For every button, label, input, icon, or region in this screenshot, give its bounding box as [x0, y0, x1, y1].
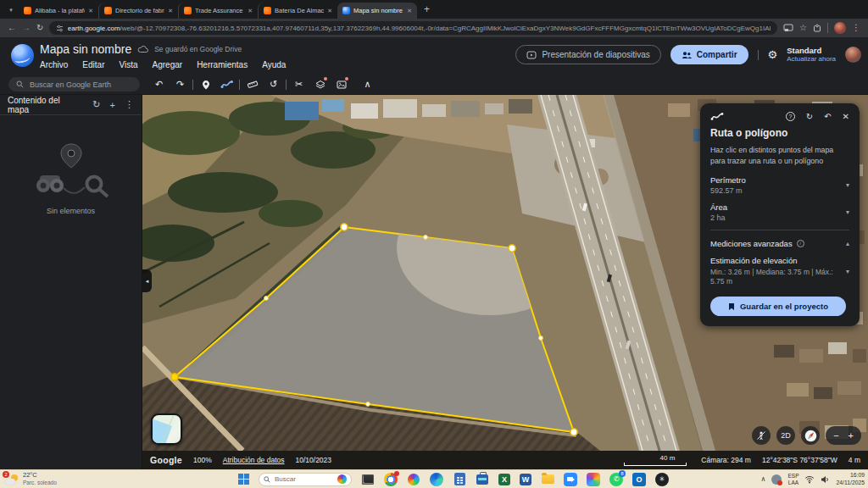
sync-alert-icon[interactable] — [771, 474, 782, 485]
edge-icon[interactable] — [430, 473, 443, 486]
advanced-measurements-toggle[interactable]: Mediciones avanzadas i ▴ — [710, 239, 849, 248]
briefcase-app-icon[interactable] — [476, 473, 489, 486]
start-button[interactable] — [238, 474, 249, 485]
tab-close-icon[interactable]: ✕ — [88, 8, 93, 14]
menu-archivo[interactable]: Archivo — [40, 60, 68, 69]
map-style-thumbnail[interactable] — [151, 413, 182, 445]
polygon-vertex[interactable] — [539, 336, 543, 341]
zoom-out-button[interactable]: − — [833, 430, 838, 441]
tab-directorio[interactable]: Directorio de fabricantes de Ali ✕ — [98, 3, 178, 19]
earth-search-box[interactable]: Buscar en Google Earth — [8, 77, 140, 92]
tab-google-earth-active[interactable]: Mapa sin nombre - Google Eart ✕ — [337, 3, 417, 19]
task-view-button[interactable] — [361, 473, 375, 486]
back-icon[interactable]: ← — [8, 24, 16, 32]
help-icon[interactable]: ? — [786, 112, 795, 121]
polygon-vertex[interactable] — [366, 402, 370, 407]
calculator-icon[interactable] — [453, 473, 466, 486]
polygon-vertex[interactable] — [341, 224, 348, 230]
extensions-icon[interactable] — [813, 24, 821, 32]
menu-herramientas[interactable]: Herramientas — [197, 60, 248, 69]
bookmark-star-icon[interactable]: ☆ — [799, 24, 807, 32]
polygon-vertex[interactable] — [424, 236, 428, 240]
file-explorer-icon[interactable] — [541, 473, 554, 486]
account-avatar[interactable] — [845, 47, 861, 63]
menu-agregar[interactable]: Agregar — [153, 60, 183, 69]
browser-profile-avatar[interactable] — [834, 22, 846, 34]
tab-close-icon[interactable]: ✕ — [407, 8, 412, 14]
street-view-button[interactable] — [752, 426, 771, 445]
language-indicator[interactable]: ESP LAA — [787, 473, 798, 485]
tab-search-icon[interactable]: ▾ — [5, 3, 17, 17]
address-bar[interactable]: earth.google.com/web/@-12.70972308,-76.6… — [49, 21, 777, 35]
share-button[interactable]: Compartir — [670, 45, 748, 64]
scissors-icon[interactable]: ✂ — [288, 75, 309, 94]
tab-close-icon[interactable]: ✕ — [248, 8, 253, 14]
taskbar-search[interactable]: Buscar — [259, 473, 352, 486]
speaker-icon[interactable] — [821, 475, 830, 484]
excel-icon[interactable]: X — [498, 474, 510, 485]
restart-icon[interactable]: ↻ — [806, 113, 813, 121]
word-icon[interactable]: W — [520, 474, 531, 485]
clock[interactable]: 16:09 24/11/2025 — [836, 472, 865, 485]
tune-icon[interactable] — [56, 25, 63, 32]
weather-widget[interactable]: 2 22°C Parc. soleado — [5, 472, 57, 485]
polygon-vertex[interactable] — [171, 374, 178, 380]
2d-mode-button[interactable]: 2D — [776, 426, 795, 445]
historical-imagery-icon[interactable]: ↺ — [263, 75, 284, 94]
whatsapp-icon[interactable]: ✆8 — [609, 473, 623, 486]
new-tab-button[interactable]: + — [424, 3, 430, 15]
zoom-in-button[interactable]: + — [849, 430, 854, 441]
hidden-icons-chevron[interactable]: ∧ — [761, 475, 766, 483]
map-viewport[interactable]: ◂ ? ↻ ↶ ✕ Ruta o polígono Haz clic en di… — [142, 95, 868, 469]
add-icon[interactable]: + — [110, 100, 115, 110]
elevation-estimate[interactable]: Min.: 3.26 m | Mediana: 3.75 m | Máx.: 5… — [710, 268, 849, 288]
undo-icon[interactable]: ↶ — [824, 113, 831, 121]
perimeter-metric[interactable]: Perímetro 592.57 m ▾ — [710, 175, 849, 195]
placemark-pin-icon[interactable] — [195, 75, 216, 94]
google-earth-logo[interactable] — [11, 44, 34, 67]
plan-status[interactable]: Standard Actualizar ahora — [787, 46, 836, 64]
zoom-app-icon[interactable] — [564, 473, 577, 486]
photos-app-icon[interactable] — [587, 473, 600, 486]
chevron-down-icon[interactable]: ▾ — [846, 208, 849, 216]
reload-icon[interactable]: ↻ — [36, 24, 43, 32]
polygon-vertex[interactable] — [570, 429, 577, 435]
project-title[interactable]: Mapa sin nombre — [40, 42, 131, 56]
tab-trade-assurance[interactable]: Trade Assurance Orders ✕ — [178, 3, 258, 19]
collapse-toolbar-icon[interactable]: ∧ — [357, 75, 378, 94]
menu-vista[interactable]: Vista — [119, 60, 137, 69]
redo-icon[interactable]: ↷ — [170, 75, 191, 94]
measure-ruler-icon[interactable] — [242, 75, 263, 94]
tab-bateria[interactable]: Batería De Almacenamiento De ✕ — [258, 3, 337, 19]
slideshow-button[interactable]: Presentación de diapositivas — [515, 45, 660, 64]
settings-gear-icon[interactable]: ⚙ — [768, 48, 778, 61]
photos-icon[interactable] — [331, 75, 352, 94]
tab-alibaba[interactable]: Alibaba - la plataforma de com ✕ — [19, 3, 98, 19]
info-icon[interactable]: i — [797, 240, 804, 247]
polygon-vertex[interactable] — [509, 245, 515, 252]
copilot-icon[interactable] — [407, 473, 420, 486]
tab-close-icon[interactable]: ✕ — [327, 8, 332, 14]
menu-editar[interactable]: Editar — [82, 60, 104, 69]
data-attribution-link[interactable]: Atribución de datos — [223, 456, 285, 464]
tab-close-icon[interactable]: ✕ — [168, 8, 173, 14]
chevron-down-icon[interactable]: ▾ — [846, 181, 849, 189]
forward-icon[interactable]: → — [22, 24, 31, 32]
draw-path-icon[interactable] — [216, 75, 237, 94]
chatgpt-icon[interactable]: ✳ — [655, 473, 669, 486]
close-icon[interactable]: ✕ — [843, 113, 849, 121]
outlook-icon[interactable]: O — [632, 473, 646, 486]
cast-icon[interactable] — [783, 24, 793, 32]
sidebar-collapse-handle[interactable]: ◂ — [142, 269, 152, 292]
menu-ayuda[interactable]: Ayuda — [262, 60, 286, 69]
layers-icon[interactable] — [309, 75, 331, 94]
polygon-vertex[interactable] — [264, 297, 269, 301]
chevron-down-icon[interactable]: ▾ — [846, 268, 849, 275]
browser-menu-icon[interactable]: ⋮ — [852, 24, 860, 32]
compass[interactable] — [801, 426, 820, 445]
chevron-up-icon[interactable]: ▴ — [846, 240, 849, 247]
area-metric[interactable]: Área 2 ha ▾ — [710, 202, 849, 222]
save-to-project-button[interactable]: Guardar en el proyecto — [710, 297, 846, 316]
kebab-menu-icon[interactable]: ⋮ — [125, 99, 134, 110]
refresh-icon[interactable]: ↻ — [92, 99, 100, 110]
